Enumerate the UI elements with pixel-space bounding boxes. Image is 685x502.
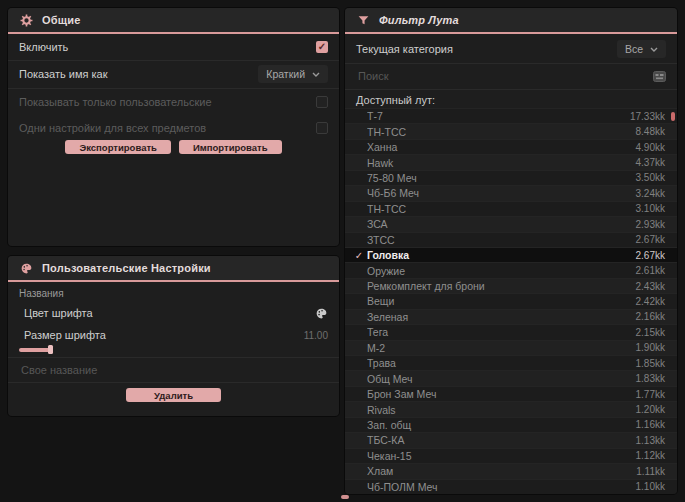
loot-filter-header: Фильтр Лута (345, 8, 677, 34)
loot-row[interactable]: ✓Головка2.67kk (345, 247, 677, 262)
loot-row[interactable]: Общ Меч1.83kk (345, 370, 677, 385)
loot-item-count: 2.61kk (636, 265, 665, 276)
font-size-slider[interactable] (19, 345, 328, 354)
loot-item-name: Чб-ПОЛМ Меч (367, 481, 636, 493)
loot-item-name: Головка (367, 249, 636, 261)
loot-item-count: 2.67kk (636, 250, 665, 261)
loot-row[interactable]: Вещи2.42kk (345, 293, 677, 308)
loot-row[interactable]: Тега2.15kk (345, 324, 677, 339)
category-dropdown[interactable]: Все (617, 40, 666, 58)
loot-row[interactable]: Зап. общ1.16kk (345, 417, 677, 432)
category-value: Все (625, 43, 643, 55)
custom-name-input[interactable] (19, 363, 328, 377)
loot-row[interactable]: 75-80 Меч3.50kk (345, 170, 677, 185)
show-name-dropdown[interactable]: Краткий (258, 65, 328, 83)
loot-row[interactable]: Зеленая2.16kk (345, 309, 677, 324)
divider (8, 382, 339, 383)
only-custom-checkbox[interactable] (316, 96, 328, 108)
font-size-value: 11.00 (304, 330, 328, 341)
names-section-row: Названия (8, 284, 339, 302)
custom-settings-title: Пользовательские Настройки (42, 262, 211, 274)
loot-item-name: Вещи (367, 295, 636, 307)
enable-label: Включить (19, 41, 68, 53)
loot-row[interactable]: Чекан-151.12kk (345, 448, 677, 463)
slider-fill (19, 348, 51, 352)
import-button[interactable]: Импортировать (179, 140, 282, 154)
available-loot-label: Доступный лут: (356, 94, 435, 106)
loot-item-name: Тега (367, 326, 636, 338)
loot-item-count: 2.15kk (636, 327, 665, 338)
loot-item-name: 75-80 Меч (367, 172, 636, 184)
category-label: Текущая категория (356, 43, 453, 55)
same-settings-label: Одни настройки для всех предметов (19, 122, 206, 134)
font-size-label: Размер шрифта (24, 329, 106, 341)
loot-scrollbar-thumb[interactable] (671, 112, 675, 121)
loot-item-name: Оружие (367, 265, 636, 277)
loot-row[interactable]: ТБС-КА1.13kk (345, 432, 677, 447)
general-panel: Общие Включить ✓ Показать имя как Кратки… (8, 8, 339, 246)
loot-item-count: 1.10kk (636, 481, 665, 492)
loot-item-count: 2.43kk (636, 281, 665, 292)
loot-item-count: 1.11kk (636, 466, 665, 477)
loot-item-name: Чекан-15 (367, 450, 636, 462)
loot-row[interactable]: Трава1.85kk (345, 355, 677, 370)
delete-button[interactable]: Удалить (126, 388, 221, 402)
loot-row[interactable]: Ханна4.90kk (345, 139, 677, 154)
loot-row[interactable]: Rivals1.20kk (345, 401, 677, 416)
available-loot-row: Доступный лут: (345, 92, 677, 108)
custom-settings-header: Пользовательские Настройки (8, 256, 339, 282)
loot-item-name: Трава (367, 357, 636, 369)
only-custom-label: Показывать только пользовательские (19, 96, 212, 108)
chevron-down-icon (312, 72, 320, 77)
custom-settings-panel: Пользовательские Настройки Названия Цвет… (8, 256, 339, 416)
loot-item-name: Брон Зам Меч (367, 388, 636, 400)
loot-item-name: Hawk (367, 157, 636, 169)
color-palette-icon[interactable] (315, 307, 328, 320)
loot-item-name: ЗТСС (367, 234, 636, 246)
loot-item-name: Rivals (367, 404, 636, 416)
show-name-label: Показать имя как (19, 68, 108, 80)
loot-item-name: ТБС-КА (367, 434, 636, 446)
chevron-down-icon (650, 47, 658, 52)
loot-row[interactable]: Хлам1.11kk (345, 463, 677, 478)
export-button[interactable]: Экспортировать (65, 140, 170, 154)
loot-row[interactable]: Брон Зам Меч1.77kk (345, 386, 677, 401)
slider-handle[interactable] (48, 345, 53, 354)
general-panel-title: Общие (42, 14, 81, 26)
loot-item-count: 3.50kk (636, 172, 665, 183)
loot-item-name: Хлам (367, 465, 636, 477)
loot-item-count: 4.90kk (636, 142, 665, 153)
loot-row[interactable]: М-21.90kk (345, 340, 677, 355)
names-section-label: Названия (19, 288, 64, 299)
show-name-row: Показать имя как Краткий (8, 61, 339, 87)
search-input[interactable] (356, 69, 645, 83)
font-color-row[interactable]: Цвет шрифта (8, 302, 339, 324)
loot-row[interactable]: ЗТСС2.67kk (345, 232, 677, 247)
loot-row[interactable]: Оружие2.61kk (345, 262, 677, 277)
search-options-icon[interactable] (653, 71, 666, 82)
palette-icon (20, 262, 33, 275)
export-import-row: Экспортировать Импортировать (8, 140, 339, 154)
loot-row[interactable]: ТН-ТСС3.10kk (345, 201, 677, 216)
loot-item-count: 3.24kk (636, 188, 665, 199)
loot-row[interactable]: Ремкомплект для брони2.43kk (345, 278, 677, 293)
same-settings-checkbox[interactable] (316, 122, 328, 134)
delete-row: Удалить (8, 388, 339, 402)
loot-row[interactable]: Чб-Б6 Меч3.24kk (345, 185, 677, 200)
loot-row[interactable]: Чб-ПОЛМ Меч1.10kk (345, 479, 677, 494)
font-size-row: Размер шрифта 11.00 (8, 326, 339, 344)
loot-row[interactable]: Hawk4.37kk (345, 154, 677, 169)
loot-item-name: Ханна (367, 141, 636, 153)
loot-item-count: 2.93kk (636, 219, 665, 230)
loot-row[interactable]: Т-717.33kk (345, 108, 677, 123)
loot-row[interactable]: ТН-ТСС8.48kk (345, 123, 677, 138)
divider (8, 357, 339, 358)
loot-item-count: 1.16kk (636, 419, 665, 430)
loot-item-count: 1.83kk (636, 373, 665, 384)
divider (345, 89, 677, 90)
search-row (345, 64, 677, 88)
loot-filter-panel: Фильтр Лута Текущая категория Все Доступ… (345, 8, 677, 494)
loot-row[interactable]: ЗСА2.93kk (345, 216, 677, 231)
page-scrollbar-thumb[interactable] (341, 495, 349, 499)
enable-checkbox[interactable]: ✓ (316, 41, 328, 53)
